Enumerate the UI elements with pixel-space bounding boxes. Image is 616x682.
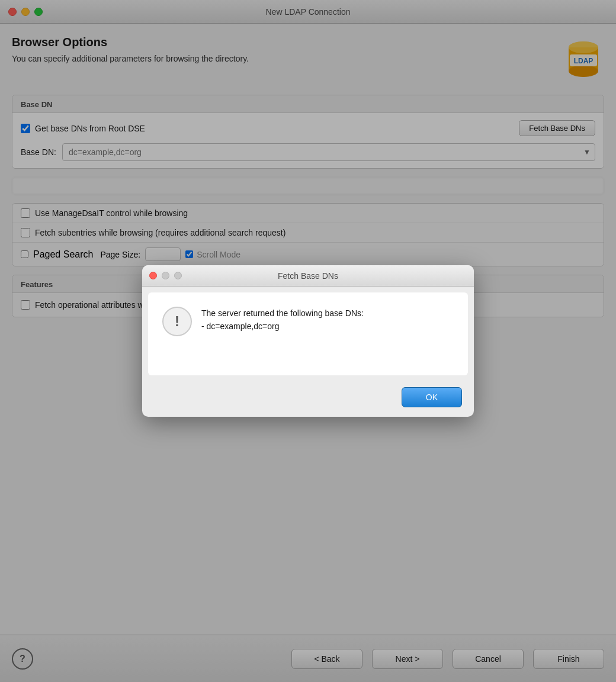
modal-message: The server returned the following base D… bbox=[201, 307, 364, 333]
modal-body: ! The server returned the following base… bbox=[148, 292, 468, 375]
modal-footer: OK bbox=[142, 381, 474, 417]
modal-message-line2: - dc=example,dc=org bbox=[201, 320, 364, 333]
modal-maximize-button[interactable] bbox=[174, 272, 182, 279]
ok-button[interactable]: OK bbox=[402, 387, 462, 407]
modal-message-line1: The server returned the following base D… bbox=[201, 307, 364, 320]
modal-overlay[interactable]: Fetch Base DNs ! The server returned the… bbox=[0, 0, 616, 682]
modal-minimize-button[interactable] bbox=[162, 272, 169, 279]
modal-title-bar: Fetch Base DNs bbox=[142, 265, 474, 287]
modal-warning-icon: ! bbox=[162, 307, 192, 336]
modal-window-controls bbox=[149, 272, 182, 279]
modal-dialog: Fetch Base DNs ! The server returned the… bbox=[142, 265, 474, 417]
modal-close-button[interactable] bbox=[149, 272, 157, 279]
modal-title: Fetch Base DNs bbox=[278, 271, 338, 281]
